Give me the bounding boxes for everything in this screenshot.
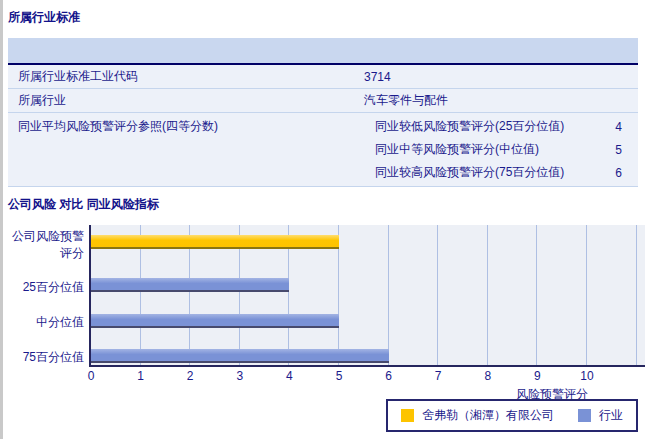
gridline (636, 225, 637, 365)
x-tick-label: 2 (178, 369, 202, 383)
row-label: 同业平均风险预警评分参照(四等分数) (8, 113, 364, 135)
bar-industry (91, 349, 389, 363)
x-tick-label: 0 (79, 369, 103, 383)
report-page: 所属行业标准 所属行业标准工业代码 3714 所属行业 汽车零件与配件 同业平均… (0, 0, 654, 439)
industry-section-title: 所属行业标准 (8, 10, 638, 25)
x-tick-label: 9 (525, 369, 549, 383)
subrow-label: 同业较高风险预警评分(75百分位值) (375, 164, 602, 181)
bar-company (91, 235, 339, 249)
table-row-quartile: 同业平均风险预警评分参照(四等分数) 同业较低风险预警评分(25百分位值) 4 … (8, 113, 638, 187)
x-tick-label: 8 (476, 369, 500, 383)
x-tick-label: 6 (377, 369, 401, 383)
table-row: 所属行业 汽车零件与配件 (8, 89, 638, 113)
quartile-subrow: 同业中等风险预警评分(中位值) 5 (364, 138, 638, 161)
risk-comparison-chart: 公司风险预警评分25百分位值中分位值75百分位值 012345678910 风险… (8, 218, 638, 439)
x-tick-label: 1 (129, 369, 153, 383)
quartile-subrow: 同业较高风险预警评分(75百分位值) 6 (364, 161, 638, 184)
comparison-section-title: 公司风险 对比 同业风险指标 (8, 197, 638, 212)
table-row: 所属行业标准工业代码 3714 (8, 65, 638, 89)
x-tick-label: 5 (327, 369, 351, 383)
x-tick-label: 3 (228, 369, 252, 383)
gridline (388, 225, 389, 365)
subrow-value: 5 (602, 143, 622, 157)
bar-industry (91, 314, 339, 328)
x-tick-label: 4 (277, 369, 301, 383)
gridline (487, 225, 488, 365)
subrow-label: 同业中等风险预警评分(中位值) (375, 141, 602, 158)
row-label: 所属行业标准工业代码 (8, 68, 364, 85)
y-axis-label: 75百分位值 (8, 349, 84, 366)
gridline (536, 225, 537, 365)
y-axis-label: 25百分位值 (8, 279, 84, 296)
legend-label-industry: 行业 (599, 407, 623, 424)
table-header-bar (8, 38, 638, 65)
y-axis-label: 公司风险预警评分 (8, 228, 84, 262)
x-tick-label: 10 (575, 369, 599, 383)
legend-label-company: 舍弗勒（湘潭）有限公司 (422, 407, 554, 424)
x-tick-label: 7 (426, 369, 450, 383)
industry-table: 所属行业标准工业代码 3714 所属行业 汽车零件与配件 同业平均风险预警评分参… (8, 38, 638, 187)
gridline (586, 225, 587, 365)
bar-industry (91, 278, 289, 292)
chart-plot-area (89, 225, 645, 367)
row-value: 汽车零件与配件 (364, 92, 638, 109)
chart-legend: 舍弗勒（湘潭）有限公司 行业 (386, 399, 638, 432)
y-axis-label: 中分位值 (8, 314, 84, 331)
subrow-value: 4 (602, 120, 622, 134)
left-border-strip (0, 0, 3, 439)
subrow-label: 同业较低风险预警评分(25百分位值) (375, 118, 602, 135)
row-value: 3714 (364, 70, 638, 84)
legend-swatch-company (401, 409, 414, 422)
row-label: 所属行业 (8, 92, 364, 109)
report-content: 所属行业标准 所属行业标准工业代码 3714 所属行业 汽车零件与配件 同业平均… (8, 0, 638, 439)
legend-swatch-industry (578, 409, 591, 422)
quartile-subrow: 同业较低风险预警评分(25百分位值) 4 (364, 115, 638, 138)
quartile-sublist: 同业较低风险预警评分(25百分位值) 4 同业中等风险预警评分(中位值) 5 同… (364, 113, 638, 186)
gridline (437, 225, 438, 365)
subrow-value: 6 (602, 166, 622, 180)
